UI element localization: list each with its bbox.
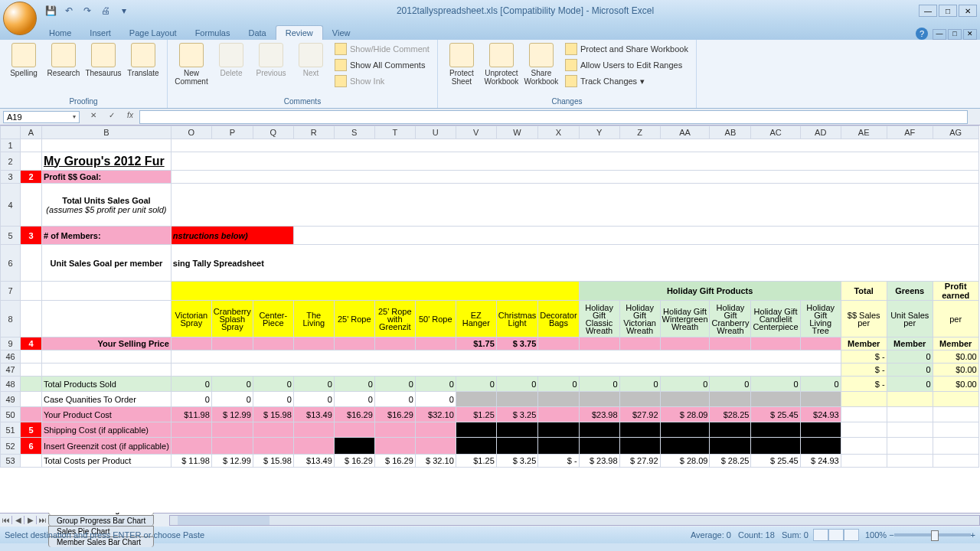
zoom-in[interactable]: + <box>971 530 975 540</box>
qat-save[interactable]: 💾 <box>43 3 58 18</box>
protect-sheet-button[interactable]: Protect Sheet <box>443 41 481 86</box>
spelling-button[interactable]: Spelling <box>5 41 43 77</box>
tab-view[interactable]: View <box>323 26 360 40</box>
qat-redo[interactable]: ↷ <box>80 3 95 18</box>
col-header-O[interactable]: O <box>171 126 211 139</box>
view-pagelayout[interactable] <box>828 529 844 541</box>
help-icon[interactable]: ? <box>916 28 928 40</box>
col-header-AB[interactable]: AB <box>710 126 751 139</box>
fx-icon[interactable]: fx <box>124 111 136 123</box>
sheet-nav-prev[interactable]: ◀ <box>12 516 24 524</box>
status-message: Select destination and press ENTER or ch… <box>5 530 204 540</box>
view-normal[interactable] <box>813 529 828 541</box>
col-header-AA[interactable]: AA <box>660 126 710 139</box>
showall-comments-button[interactable]: Show All Comments <box>332 57 433 73</box>
col-header-T[interactable]: T <box>374 126 415 139</box>
name-box[interactable]: A19 <box>3 111 80 123</box>
showink-button[interactable]: Show Ink <box>332 73 433 89</box>
row-header[interactable]: 50 <box>1 407 21 422</box>
translate-button[interactable]: Translate <box>124 41 162 77</box>
col-header-A[interactable]: A <box>21 126 42 139</box>
col-header-P[interactable]: P <box>211 126 253 139</box>
qat-print[interactable]: 🖨 <box>98 3 113 18</box>
col-header-R[interactable]: R <box>293 126 334 139</box>
ribbon-close[interactable]: ✕ <box>963 29 977 40</box>
qat-undo[interactable]: ↶ <box>61 3 77 18</box>
share-workbook-button[interactable]: Share Workbook <box>522 41 560 86</box>
sheet-nav-last[interactable]: ⏭ <box>37 516 49 524</box>
row-header[interactable]: 49 <box>1 392 21 407</box>
new-comment-button[interactable]: New Comment <box>172 41 211 86</box>
row-header[interactable]: 4 <box>1 184 21 227</box>
track-changes-button[interactable]: Track Changes ▾ <box>562 73 691 89</box>
tab-data[interactable]: Data <box>239 26 275 40</box>
sheet-nav-next[interactable]: ▶ <box>24 516 37 524</box>
col-header-S[interactable]: S <box>334 126 374 139</box>
previous-comment-button[interactable]: Previous <box>252 41 290 77</box>
row-header[interactable]: 51 <box>1 422 21 438</box>
maximize-button[interactable]: □ <box>939 5 957 17</box>
spreadsheet-grid[interactable]: ABOPQRSTUVWXYZAAABACADAEAFAG 1 2My Group… <box>0 126 979 468</box>
formula-bar[interactable] <box>139 110 968 124</box>
view-pagebreak[interactable] <box>844 529 859 541</box>
cancel-icon[interactable]: ✕ <box>87 111 100 123</box>
unprotect-workbook-button[interactable]: Unprotect Workbook <box>482 41 521 86</box>
row-header[interactable]: 5 <box>1 227 21 245</box>
row-header[interactable]: 1 <box>1 139 21 152</box>
row-header[interactable]: 48 <box>1 377 21 392</box>
col-header-W[interactable]: W <box>496 126 538 139</box>
col-header-V[interactable]: V <box>456 126 496 139</box>
status-sum: Sum: 0 <box>782 530 808 540</box>
col-header-X[interactable]: X <box>538 126 579 139</box>
col-header-AG[interactable]: AG <box>933 126 978 139</box>
allow-users-button[interactable]: Allow Users to Edit Ranges <box>562 57 691 73</box>
tab-formulas[interactable]: Formulas <box>186 26 240 40</box>
sheet-nav-first[interactable]: ⏮ <box>0 516 12 524</box>
tab-home[interactable]: Home <box>40 26 80 40</box>
col-header-AC[interactable]: AC <box>751 126 800 139</box>
horizontal-scrollbar[interactable] <box>169 515 980 526</box>
sheet-tab[interactable]: Group Progress Bar Chart <box>48 515 154 526</box>
zoom-slider[interactable] <box>894 533 971 536</box>
col-header-AF[interactable]: AF <box>887 126 933 139</box>
row-header[interactable]: 2 <box>1 152 21 171</box>
qat-customize[interactable]: ▾ <box>116 3 132 18</box>
ribbon-restore[interactable]: □ <box>948 29 962 40</box>
next-comment-button[interactable]: Next <box>292 41 330 77</box>
enter-icon[interactable]: ✓ <box>106 111 118 123</box>
tab-review[interactable]: Review <box>276 25 323 40</box>
group-comments-label: Comments <box>172 96 433 106</box>
office-button[interactable] <box>3 2 37 35</box>
minimize-button[interactable]: — <box>919 5 937 17</box>
group-changes-label: Changes <box>443 96 691 106</box>
col-header-Q[interactable]: Q <box>253 126 293 139</box>
row-header[interactable]: 8 <box>1 301 21 337</box>
row-header[interactable]: 9 <box>1 337 21 350</box>
row-header[interactable]: 7 <box>1 282 21 301</box>
row-header[interactable]: 52 <box>1 438 21 455</box>
row-header[interactable]: 53 <box>1 455 21 468</box>
select-all-corner[interactable] <box>1 126 21 139</box>
delete-comment-button[interactable]: Delete <box>212 41 250 77</box>
col-header-U[interactable]: U <box>415 126 456 139</box>
protect-share-button[interactable]: Protect and Share Workbook <box>562 41 691 57</box>
col-header-Y[interactable]: Y <box>579 126 619 139</box>
showhide-comment-button[interactable]: Show/Hide Comment <box>332 41 433 57</box>
group-proofing-label: Proofing <box>5 96 162 106</box>
row-header[interactable]: 6 <box>1 245 21 282</box>
tab-insert[interactable]: Insert <box>80 26 120 40</box>
tab-page-layout[interactable]: Page Layout <box>120 26 186 40</box>
row-header[interactable]: 46 <box>1 350 21 364</box>
row-header[interactable]: 3 <box>1 171 21 184</box>
row-header[interactable]: 47 <box>1 364 21 377</box>
research-button[interactable]: Research <box>44 41 83 77</box>
ribbon-minimize[interactable]: — <box>933 29 946 40</box>
close-button[interactable]: ✕ <box>959 5 977 17</box>
col-header-AE[interactable]: AE <box>841 126 887 139</box>
status-count: Count: 18 <box>738 530 775 540</box>
col-header-Z[interactable]: Z <box>619 126 660 139</box>
thesaurus-button[interactable]: Thesaurus <box>84 41 122 77</box>
col-header-AD[interactable]: AD <box>800 126 841 139</box>
col-header-B[interactable]: B <box>42 126 172 139</box>
zoom-level[interactable]: 100% <box>865 530 887 540</box>
